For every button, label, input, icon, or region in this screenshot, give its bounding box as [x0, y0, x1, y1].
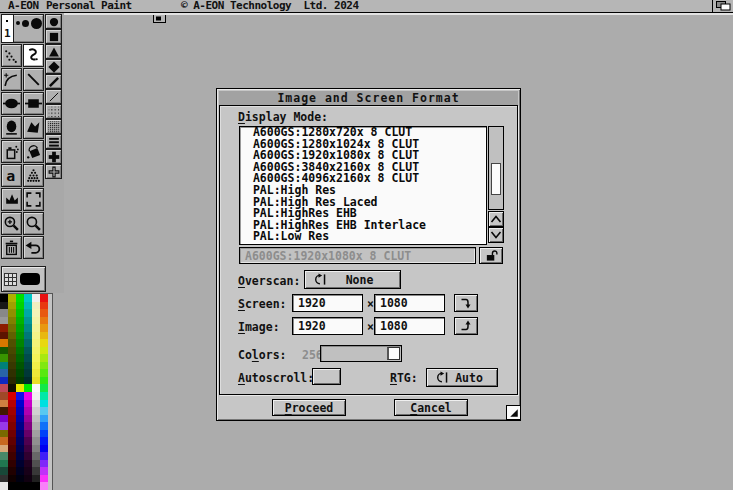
palette-color[interactable]	[8, 339, 16, 347]
palette-color[interactable]	[40, 377, 48, 385]
scrollbar-track[interactable]	[488, 126, 504, 210]
palette-color[interactable]	[24, 384, 32, 392]
palette-color[interactable]	[24, 422, 32, 430]
image-width-field[interactable]: 1920	[292, 317, 363, 335]
palette-color[interactable]	[40, 302, 48, 310]
dialog-titlebar[interactable]: Image and Screen Format	[219, 91, 518, 106]
palette-color[interactable]	[32, 362, 40, 370]
palette-color[interactable]	[0, 324, 8, 332]
palette-color[interactable]	[24, 452, 32, 460]
palette-color[interactable]	[0, 460, 8, 468]
palette-color[interactable]	[16, 392, 24, 400]
palette-color[interactable]	[16, 377, 24, 385]
tool-text[interactable]: a	[1, 164, 22, 187]
brush-shape-diamond[interactable]	[45, 59, 62, 74]
palette-color[interactable]	[8, 294, 16, 302]
brush-shape-square[interactable]	[45, 29, 62, 44]
palette-color[interactable]	[24, 482, 32, 490]
tool-gradient-dither[interactable]	[23, 164, 44, 187]
palette-color[interactable]	[40, 482, 48, 490]
palette-color[interactable]	[24, 437, 32, 445]
display-mode-list[interactable]: A600GS:1280x720x 8 CLUT A600GS:1280x1024…	[239, 126, 487, 245]
palette-color[interactable]	[32, 482, 40, 490]
palette-color[interactable]	[24, 407, 32, 415]
palette-color[interactable]	[16, 430, 24, 438]
palette-color[interactable]	[32, 317, 40, 325]
palette-color[interactable]	[8, 430, 16, 438]
palette-color[interactable]	[0, 422, 8, 430]
palette-color[interactable]	[24, 369, 32, 377]
palette-color[interactable]	[24, 332, 32, 340]
screen-height-field[interactable]: 1080	[374, 294, 445, 312]
brush-shape-cross[interactable]	[45, 164, 62, 179]
palette-color[interactable]	[24, 339, 32, 347]
palette-color[interactable]	[32, 309, 40, 317]
palette-color[interactable]	[8, 362, 16, 370]
palette-color[interactable]	[24, 324, 32, 332]
palette-color[interactable]	[8, 317, 16, 325]
palette-color[interactable]	[0, 415, 8, 423]
palette-color[interactable]	[32, 392, 40, 400]
palette-color[interactable]	[0, 362, 8, 370]
palette-color[interactable]	[16, 294, 24, 302]
tool-polygon[interactable]	[23, 116, 44, 139]
palette-color[interactable]	[24, 445, 32, 453]
palette-color[interactable]	[16, 324, 24, 332]
tool-magnify-plus[interactable]	[1, 212, 22, 235]
palette-color[interactable]	[32, 460, 40, 468]
tool-continuous-freehand[interactable]	[23, 44, 44, 67]
brush-size-1-selected[interactable]: 1	[2, 15, 14, 42]
palette-color[interactable]	[16, 482, 24, 490]
brush-size-3[interactable]	[22, 20, 29, 27]
palette-color[interactable]	[24, 415, 32, 423]
palette-color[interactable]	[8, 415, 16, 423]
brush-indicator-panel[interactable]	[1, 266, 46, 292]
overscan-cycle-button[interactable]: None	[304, 270, 401, 289]
palette-color[interactable]	[8, 460, 16, 468]
palette-color[interactable]	[40, 294, 48, 302]
palette-color[interactable]	[32, 400, 40, 408]
palette-color[interactable]	[32, 377, 40, 385]
palette-color[interactable]	[32, 415, 40, 423]
palette-color[interactable]	[8, 475, 16, 483]
palette-color[interactable]	[16, 467, 24, 475]
palette-color[interactable]	[8, 482, 16, 490]
palette-color[interactable]	[40, 460, 48, 468]
palette-color[interactable]	[40, 324, 48, 332]
palette-color[interactable]	[40, 332, 48, 340]
brush-shape-thin-line[interactable]	[45, 89, 62, 104]
copy-image-to-screen-button[interactable]	[454, 317, 478, 335]
palette-color[interactable]	[40, 369, 48, 377]
palette-color[interactable]	[8, 302, 16, 310]
palette-color[interactable]	[24, 309, 32, 317]
colors-slider-knob[interactable]	[387, 347, 400, 360]
tool-define-brush[interactable]	[23, 188, 44, 211]
brush-shape-circle[interactable]	[45, 14, 62, 29]
palette-color[interactable]	[0, 400, 8, 408]
palette-color[interactable]	[0, 452, 8, 460]
palette-color[interactable]	[32, 332, 40, 340]
palette-color[interactable]	[0, 437, 8, 445]
palette-color[interactable]	[32, 369, 40, 377]
brush-shape-filled-cross[interactable]	[45, 149, 62, 164]
screen-width-field[interactable]: 1920	[292, 294, 363, 312]
palette-color[interactable]	[8, 369, 16, 377]
palette-color[interactable]	[8, 309, 16, 317]
palette-color[interactable]	[32, 430, 40, 438]
palette-color[interactable]	[24, 294, 32, 302]
palette-color[interactable]	[16, 354, 24, 362]
palette-color[interactable]	[8, 354, 16, 362]
palette-color[interactable]	[16, 475, 24, 483]
palette-color[interactable]	[16, 317, 24, 325]
palette-color[interactable]	[16, 369, 24, 377]
brush-shape-sparse-dots[interactable]	[45, 104, 62, 119]
palette-color[interactable]	[24, 475, 32, 483]
palette-color[interactable]	[24, 377, 32, 385]
palette-color[interactable]	[0, 309, 8, 317]
palette-color[interactable]	[24, 362, 32, 370]
scroll-up-button[interactable]	[488, 211, 504, 227]
palette-color[interactable]	[32, 324, 40, 332]
palette-color[interactable]	[16, 309, 24, 317]
tool-dotted-freehand[interactable]	[1, 44, 22, 67]
tool-curve[interactable]	[1, 68, 22, 91]
